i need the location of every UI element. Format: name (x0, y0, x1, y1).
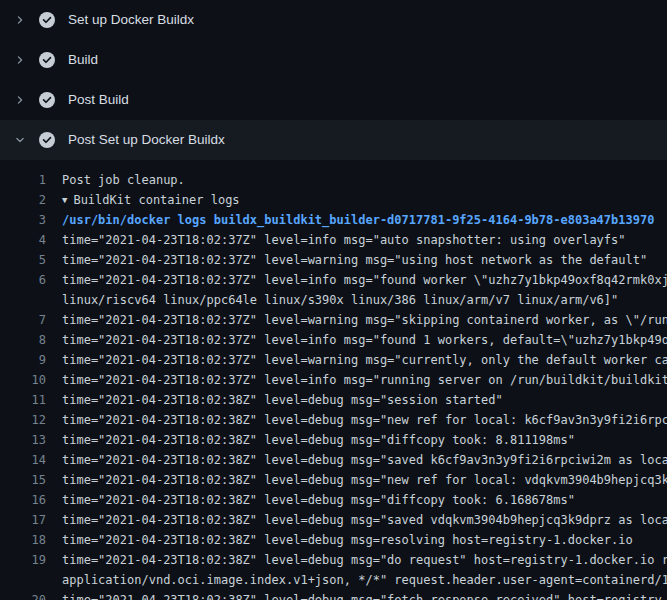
line-number[interactable]: 7 (0, 310, 46, 330)
line-content: time="2021-04-23T18:02:37Z" level=info m… (62, 373, 667, 387)
log-line: 19 ▼time="2021-04-23T18:02:38Z" level=de… (0, 550, 667, 570)
log-line: 1 ▼Post job cleanup. (0, 170, 667, 190)
line-content: time="2021-04-23T18:02:38Z" level=debug … (62, 413, 667, 427)
step-label: Post Build (68, 93, 129, 107)
log-line: 5 ▼time="2021-04-23T18:02:37Z" level=war… (0, 250, 667, 270)
step-label: Set up Docker Buildx (68, 13, 194, 27)
line-number[interactable]: 3 (0, 210, 46, 230)
line-number[interactable] (0, 290, 46, 310)
step-header[interactable]: Set up Docker Buildx (0, 0, 667, 40)
line-content: time="2021-04-23T18:02:38Z" level=debug … (62, 513, 667, 527)
line-content: time="2021-04-23T18:02:37Z" level=info m… (62, 233, 626, 247)
line-content: Post job cleanup. (62, 173, 185, 187)
chevron-icon (14, 15, 26, 25)
step-label: Post Set up Docker Buildx (68, 133, 225, 147)
line-text: ▼time="2021-04-23T18:02:37Z" level=warni… (46, 310, 667, 330)
step-list: Set up Docker Buildx Build Post Build Po… (0, 0, 667, 160)
step-header[interactable]: Post Set up Docker Buildx (0, 120, 667, 160)
line-content: time="2021-04-23T18:02:38Z" level=debug … (62, 393, 503, 407)
line-number[interactable]: 19 (0, 550, 46, 570)
line-number[interactable]: 10 (0, 370, 46, 390)
line-text: ▼time="2021-04-23T18:02:38Z" level=debug… (46, 450, 667, 470)
log-line: 13 ▼time="2021-04-23T18:02:38Z" level=de… (0, 430, 667, 450)
line-text: ▼time="2021-04-23T18:02:38Z" level=debug… (46, 490, 575, 510)
step-header[interactable]: Post Build (0, 80, 667, 120)
line-number[interactable]: 18 (0, 530, 46, 550)
line-text: ▼time="2021-04-23T18:02:38Z" level=debug… (46, 470, 667, 490)
log-lines: 1 ▼Post job cleanup. 2 ▼BuildKit contain… (0, 170, 667, 600)
line-text: ▼time="2021-04-23T18:02:37Z" level=info … (46, 230, 626, 250)
log-line: ▼linux/riscv64 linux/ppc64le linux/s390x… (0, 290, 667, 310)
log-line: 10 ▼time="2021-04-23T18:02:37Z" level=in… (0, 370, 667, 390)
line-content: linux/riscv64 linux/ppc64le linux/s390x … (62, 293, 618, 307)
line-text: ▼BuildKit container logs (46, 190, 240, 210)
line-number[interactable]: 6 (0, 270, 46, 290)
line-number[interactable]: 1 (0, 170, 46, 190)
line-text: ▼time="2021-04-23T18:02:37Z" level=warni… (46, 350, 667, 370)
line-number[interactable]: 12 (0, 410, 46, 430)
log-area: 1 ▼Post job cleanup. 2 ▼BuildKit contain… (0, 160, 667, 600)
log-line: 2 ▼BuildKit container logs (0, 190, 667, 210)
line-content: time="2021-04-23T18:02:38Z" level=debug … (62, 433, 575, 447)
line-number[interactable]: 16 (0, 490, 46, 510)
line-text: ▼time="2021-04-23T18:02:38Z" level=debug… (46, 410, 667, 430)
line-number[interactable]: 5 (0, 250, 46, 270)
line-text: ▼time="2021-04-23T18:02:37Z" level=info … (46, 270, 667, 290)
line-content: time="2021-04-23T18:02:37Z" level=warnin… (62, 313, 667, 327)
group-toggle-icon[interactable]: ▼ (62, 190, 67, 210)
line-content: /usr/bin/docker logs buildx_buildkit_bui… (62, 213, 654, 227)
line-text: ▼time="2021-04-23T18:02:37Z" level=warni… (46, 250, 647, 270)
line-content: time="2021-04-23T18:02:38Z" level=debug … (62, 493, 575, 507)
step-label: Build (68, 53, 98, 67)
line-text: ▼/usr/bin/docker logs buildx_buildkit_bu… (46, 210, 654, 230)
line-text: ▼Post job cleanup. (46, 170, 185, 190)
line-content: time="2021-04-23T18:02:38Z" level=debug … (62, 533, 633, 547)
workflow-log-viewer: Set up Docker Buildx Build Post Build Po… (0, 0, 667, 600)
line-number[interactable]: 9 (0, 350, 46, 370)
log-line: 8 ▼time="2021-04-23T18:02:37Z" level=inf… (0, 330, 667, 350)
chevron-icon (14, 95, 26, 105)
log-line: 20 ▼time="2021-04-23T18:02:38Z" level=de… (0, 590, 667, 600)
line-number[interactable]: 13 (0, 430, 46, 450)
log-line: 14 ▼time="2021-04-23T18:02:38Z" level=de… (0, 450, 667, 470)
line-number[interactable]: 17 (0, 510, 46, 530)
line-text: ▼application/vnd.oci.image.index.v1+json… (46, 570, 667, 590)
chevron-icon (14, 55, 26, 65)
line-number[interactable]: 20 (0, 590, 46, 600)
line-content: time="2021-04-23T18:02:38Z" level=debug … (62, 593, 667, 600)
line-text: ▼time="2021-04-23T18:02:37Z" level=info … (46, 370, 667, 390)
log-line: 16 ▼time="2021-04-23T18:02:38Z" level=de… (0, 490, 667, 510)
line-text: ▼time="2021-04-23T18:02:38Z" level=debug… (46, 550, 667, 570)
chevron-icon (14, 135, 26, 145)
line-content: time="2021-04-23T18:02:37Z" level=info m… (62, 333, 667, 347)
log-line: 9 ▼time="2021-04-23T18:02:37Z" level=war… (0, 350, 667, 370)
line-content: time="2021-04-23T18:02:38Z" level=debug … (62, 453, 667, 467)
line-number[interactable]: 15 (0, 470, 46, 490)
check-circle-icon (39, 52, 55, 68)
log-line: 17 ▼time="2021-04-23T18:02:38Z" level=de… (0, 510, 667, 530)
line-text: ▼time="2021-04-23T18:02:38Z" level=debug… (46, 430, 575, 450)
log-line: 15 ▼time="2021-04-23T18:02:38Z" level=de… (0, 470, 667, 490)
log-line: 3 ▼/usr/bin/docker logs buildx_buildkit_… (0, 210, 667, 230)
line-text: ▼linux/riscv64 linux/ppc64le linux/s390x… (46, 290, 618, 310)
log-line: ▼application/vnd.oci.image.index.v1+json… (0, 570, 667, 590)
step-header[interactable]: Build (0, 40, 667, 80)
line-content: application/vnd.oci.image.index.v1+json,… (62, 573, 667, 587)
line-content: time="2021-04-23T18:02:37Z" level=warnin… (62, 253, 647, 267)
check-circle-icon (39, 132, 55, 148)
log-line: 18 ▼time="2021-04-23T18:02:38Z" level=de… (0, 530, 667, 550)
line-number[interactable]: 8 (0, 330, 46, 350)
check-circle-icon (39, 92, 55, 108)
log-line: 12 ▼time="2021-04-23T18:02:38Z" level=de… (0, 410, 667, 430)
log-line: 4 ▼time="2021-04-23T18:02:37Z" level=inf… (0, 230, 667, 250)
line-number[interactable]: 14 (0, 450, 46, 470)
line-number[interactable] (0, 570, 46, 590)
check-circle-icon (39, 12, 55, 28)
line-content: time="2021-04-23T18:02:37Z" level=warnin… (62, 353, 667, 367)
line-number[interactable]: 2 (0, 190, 46, 210)
line-text: ▼time="2021-04-23T18:02:37Z" level=info … (46, 330, 667, 350)
line-content: time="2021-04-23T18:02:38Z" level=debug … (62, 553, 667, 567)
line-text: ▼time="2021-04-23T18:02:38Z" level=debug… (46, 510, 667, 530)
line-number[interactable]: 4 (0, 230, 46, 250)
line-number[interactable]: 11 (0, 390, 46, 410)
